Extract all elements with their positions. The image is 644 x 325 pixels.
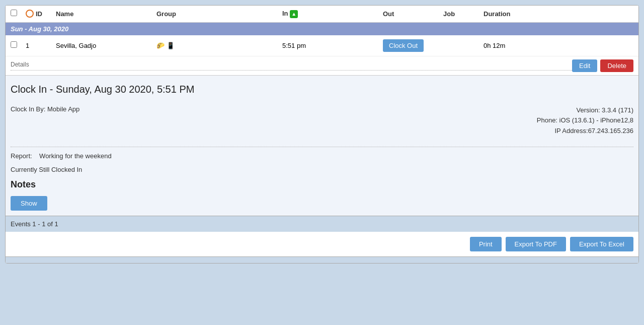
detail-left: Clock In By: Mobile App [11, 105, 79, 137]
header-in-col: In ▲ [282, 10, 383, 18]
row-checkbox-cell [11, 41, 26, 49]
row-id-value: 1 [26, 42, 29, 49]
header-job-col: Job [443, 10, 484, 18]
table-row: 1 Sevilla, Gadjo 🌮 📱 5:51 pm Clock Out 0… [6, 35, 638, 56]
group-icon1: 🌮 [156, 42, 165, 49]
clock-icon [26, 10, 34, 18]
header-name-col: Name [56, 10, 156, 18]
events-text: Events 1 - 1 of 1 [11, 220, 58, 228]
row-name-value: Sevilla, Gadjo [56, 42, 96, 49]
print-button[interactable]: Print [470, 237, 502, 251]
col-id-label: ID [36, 10, 42, 18]
details-actions: Edit Delete [572, 59, 633, 72]
clock-in-by-text: Clock In By: Mobile App [11, 105, 79, 113]
report-row: Report: Working for the weekend [11, 152, 633, 160]
row-checkbox[interactable] [11, 41, 17, 48]
export-pdf-button[interactable]: Export To PDF [506, 237, 566, 251]
row-name-cell: Sevilla, Gadjo [56, 42, 156, 49]
sort-up-icon[interactable]: ▲ [290, 10, 298, 18]
delete-button[interactable]: Delete [600, 59, 633, 72]
show-button[interactable]: Show [11, 196, 47, 211]
report-label: Report: [11, 152, 32, 160]
row-in-time: 5:51 pm [282, 42, 306, 49]
header-id-col: ID [26, 10, 56, 18]
details-header: Details Edit Delete [11, 59, 633, 72]
row-duration-value: 0h 12m [484, 42, 505, 49]
detail-content: Clock In - Sunday, Aug 30 2020, 5:51 PM … [6, 76, 638, 216]
still-clocked-text: Currently Still Clocked In [11, 166, 633, 173]
col-group-label: Group [156, 10, 176, 18]
edit-button[interactable]: Edit [572, 59, 597, 72]
detail-right: Version: 3.3.4 (171) Phone: iOS (13.6.1)… [537, 105, 633, 137]
row-group-cell: 🌮 📱 [156, 42, 282, 49]
phone-text: Phone: iOS (13.6.1) - iPhone12,8 [537, 115, 633, 126]
row-out-cell: Clock Out [383, 39, 443, 52]
clock-out-button[interactable]: Clock Out [383, 39, 424, 52]
header-group-col: Group [156, 10, 282, 18]
header-duration-col: Duration [484, 10, 633, 18]
header-out-col: Out [383, 10, 443, 18]
group-icon2: 📱 [167, 42, 175, 49]
col-duration-label: Duration [484, 10, 510, 18]
col-job-label: Job [443, 10, 455, 18]
main-container: ID Name Group In ▲ Out Job Duration Sun … [5, 5, 639, 264]
bottom-actions: Print Export To PDF Export To Excel [6, 232, 638, 256]
footer-row: Events 1 - 1 of 1 [6, 216, 638, 232]
export-excel-button[interactable]: Export To Excel [570, 237, 633, 251]
header-checkbox-col [11, 10, 26, 18]
clock-in-title: Clock In - Sunday, Aug 30 2020, 5:51 PM [11, 84, 633, 95]
row-in-cell: 5:51 pm [282, 42, 383, 49]
col-name-label: Name [56, 10, 73, 18]
row-duration-cell: 0h 12m [484, 42, 633, 49]
bottom-border-row [6, 256, 638, 263]
version-text: Version: 3.3.4 (171) [537, 105, 633, 116]
detail-info-row: Clock In By: Mobile App Version: 3.3.4 (… [11, 105, 633, 137]
table-header: ID Name Group In ▲ Out Job Duration [6, 6, 638, 23]
date-row: Sun - Aug 30, 2020 [6, 23, 638, 35]
details-text: Details [11, 61, 29, 68]
divider [11, 147, 633, 147]
date-label: Sun - Aug 30, 2020 [11, 25, 68, 33]
details-label: Details [11, 61, 572, 71]
row-id-cell: 1 [26, 42, 56, 49]
ip-address-text: IP Address:67.243.165.236 [537, 126, 633, 137]
report-value: Working for the weekend [39, 152, 112, 160]
col-in-label: In [282, 10, 288, 17]
notes-heading: Notes [11, 179, 633, 190]
select-all-checkbox[interactable] [11, 10, 17, 16]
col-out-label: Out [383, 10, 394, 18]
details-row: Details Edit Delete [6, 56, 638, 76]
